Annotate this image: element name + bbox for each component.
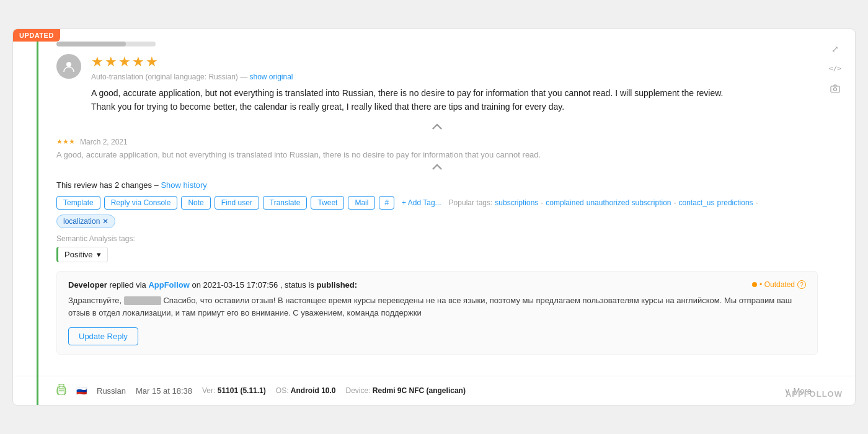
review-card: UPDATED ⤢ </> <box>12 29 856 405</box>
camera-icon[interactable] <box>828 81 843 96</box>
svg-point-1 <box>834 87 837 91</box>
card-footer: 🇷🇺 Russian Mar 15 at 18:38 Ver: 51101 (5… <box>13 376 855 405</box>
note-button[interactable]: Note <box>181 196 210 210</box>
android-icon <box>56 384 66 397</box>
show-history-link[interactable]: Show history <box>161 180 206 190</box>
progress-bar-fill <box>56 42 126 46</box>
footer-language: Russian <box>97 386 126 396</box>
review-header: ★★★★★ Auto-translation (original languag… <box>56 54 818 122</box>
changes-line: This review has 2 changes – Show history <box>56 180 818 190</box>
tweet-button[interactable]: Tweet <box>311 196 344 210</box>
status-border <box>37 29 38 405</box>
template-button[interactable]: Template <box>56 196 100 210</box>
outdated-dot <box>752 282 757 287</box>
svg-point-2 <box>66 62 71 67</box>
add-tag-button[interactable]: + Add Tag... <box>398 197 445 209</box>
appfollow-watermark: APPFOLLOW <box>786 389 843 399</box>
reply-via-console-button[interactable]: Reply via Console <box>104 196 178 210</box>
appfollow-label: AppFollow <box>148 280 189 290</box>
applied-tags-row: localization ✕ <box>56 215 818 228</box>
reply-header-text: Developer replied via AppFollow on 2021-… <box>68 280 357 290</box>
flag-icon: 🇷🇺 <box>76 386 87 396</box>
code-icon[interactable]: </> <box>828 61 843 76</box>
show-original-link[interactable]: show original <box>249 73 293 81</box>
review-text-main: A good, accurate application, but not ev… <box>91 86 818 114</box>
progress-bar-row <box>56 42 818 46</box>
svg-rect-0 <box>831 86 839 92</box>
popular-tags: Popular tags: subscriptions - complained… <box>449 198 758 207</box>
previous-review-meta: ★★★ March 2, 2021 <box>56 138 818 146</box>
remove-localization-tag[interactable]: ✕ <box>102 217 108 226</box>
previous-date: March 2, 2021 <box>80 138 128 146</box>
translate-button[interactable]: Translate <box>263 196 308 210</box>
developer-reply-section: Developer replied via AppFollow on 2021-… <box>56 271 818 355</box>
card-body: ★★★★★ Auto-translation (original languag… <box>13 29 855 376</box>
hash-button[interactable]: # <box>379 196 394 210</box>
redacted-name <box>124 296 161 305</box>
semantic-analysis-section: Semantic Analysis tags: Positive ▾ <box>56 234 818 262</box>
outdated-badge: • Outdated ? <box>752 280 806 289</box>
mail-button[interactable]: Mail <box>348 196 375 210</box>
semantic-label: Semantic Analysis tags: <box>56 234 818 243</box>
reply-text: Здравствуйте, Спасибо, что оставили отзы… <box>68 294 806 321</box>
auto-translation-note: Auto-translation (original language: Rus… <box>91 73 818 81</box>
chevron-up-icon <box>432 122 443 133</box>
find-user-button[interactable]: Find user <box>215 196 259 210</box>
popular-tag-predictions[interactable]: predictions <box>717 198 753 207</box>
footer-left: 🇷🇺 Russian Mar 15 at 18:38 Ver: 51101 (5… <box>56 384 466 397</box>
tags-row: Template Reply via Console Note Find use… <box>56 196 818 210</box>
svg-point-4 <box>63 387 64 388</box>
popular-tag-contact-us[interactable]: contact_us <box>679 198 715 207</box>
previous-review-text: A good, accurate application, but not ev… <box>56 150 818 159</box>
reply-header: Developer replied via AppFollow on 2021-… <box>68 280 806 290</box>
progress-bar <box>56 42 156 46</box>
avatar <box>56 54 81 79</box>
sentiment-dropdown[interactable]: Positive ▾ <box>56 247 108 262</box>
top-right-actions: ⤢ </> <box>828 42 843 96</box>
footer-device: Device: Redmi 9C NFC (angelican) <box>346 386 466 395</box>
star-rating: ★★★★★ <box>91 54 818 70</box>
collapse-button-1[interactable] <box>56 122 818 133</box>
footer-version: Ver: 51101 (5.11.1) <box>202 386 266 395</box>
svg-rect-5 <box>57 388 66 392</box>
footer-date: Mar 15 at 18:38 <box>136 386 192 396</box>
collapse-button-2[interactable] <box>56 162 818 173</box>
chevron-up-icon-2 <box>432 162 443 173</box>
svg-point-3 <box>60 387 61 388</box>
update-reply-button[interactable]: Update Reply <box>68 327 138 345</box>
popular-tag-subscriptions[interactable]: subscriptions <box>495 198 538 207</box>
review-content: ★★★★★ Auto-translation (original languag… <box>91 54 818 122</box>
previous-stars: ★★★ <box>56 138 75 146</box>
updated-badge: UPDATED <box>13 29 60 42</box>
outdated-help-icon[interactable]: ? <box>797 280 806 289</box>
popular-tag-complained[interactable]: complained <box>546 198 583 207</box>
applied-tag-localization: localization ✕ <box>56 215 115 228</box>
expand-icon[interactable]: ⤢ <box>828 42 843 56</box>
footer-os: OS: Android 10.0 <box>276 386 336 395</box>
popular-tag-unauthorized[interactable]: unauthorized subscription <box>587 198 671 207</box>
